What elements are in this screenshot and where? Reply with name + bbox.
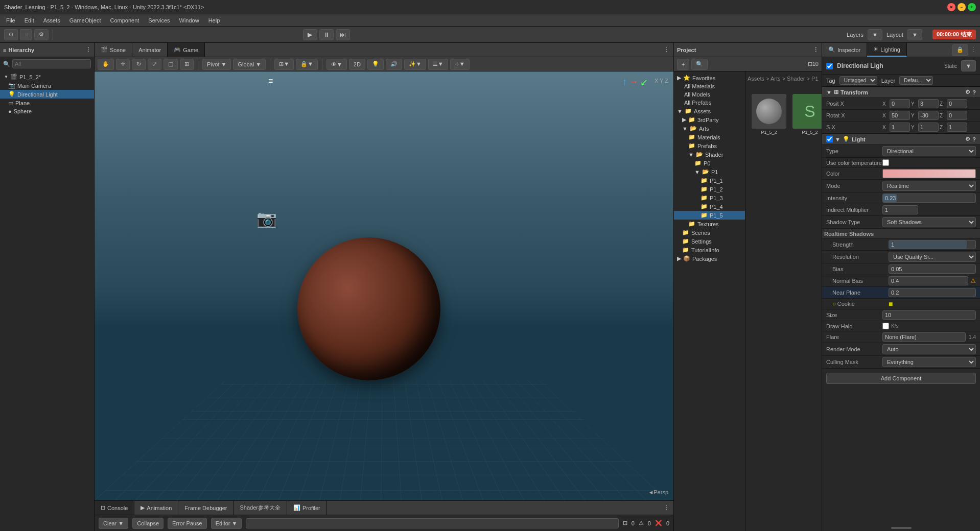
toolbar-icon-btn1[interactable]: ⊙ [4, 29, 18, 40]
pause-button[interactable]: ⏸ [319, 29, 334, 40]
scene-hamburger[interactable]: ≡ [268, 77, 273, 86]
draw-halo-checkbox[interactable] [882, 323, 889, 329]
scale-z-input[interactable] [947, 123, 967, 132]
project-p1-2[interactable]: 📁 P1_2 [674, 185, 745, 194]
project-all-prefabs[interactable]: All Prefabs [674, 99, 745, 107]
type-select[interactable]: Directional [882, 146, 976, 156]
menu-edit[interactable]: Edit [20, 16, 38, 25]
project-all-models[interactable]: All Models [674, 90, 745, 99]
project-p1-4[interactable]: 📁 P1_4 [674, 202, 745, 211]
tab-lighting[interactable]: ☀ Lighting [867, 43, 907, 57]
layers-dropdown[interactable]: ▼ [868, 29, 882, 40]
menu-window[interactable]: Window [175, 16, 203, 25]
fx-btn[interactable]: ✨▼ [404, 59, 426, 70]
scale-x-input[interactable] [890, 123, 910, 132]
hierarchy-options[interactable]: ⋮ [85, 46, 91, 53]
project-p1[interactable]: ▼ 📂 P1 [674, 167, 745, 176]
hierarchy-item-sphere[interactable]: ● Sphere [0, 107, 94, 115]
clear-btn[interactable]: Clear ▼ [99, 518, 128, 529]
light-info[interactable]: ? [972, 136, 976, 142]
light-btn[interactable]: 💡 [367, 59, 384, 70]
tab-profiler[interactable]: 📊 Profiler [287, 501, 327, 515]
scene-tab-options[interactable]: ⋮ [664, 46, 673, 53]
light-section-header[interactable]: ▼ 💡 Light ⚙ ? [822, 133, 980, 145]
project-all-materials[interactable]: All Materials [674, 82, 745, 90]
pivot-btn[interactable]: Pivot ▼ [202, 59, 231, 70]
flare-input-container[interactable]: None (Flare) [882, 332, 966, 342]
move-tool[interactable]: ✛ [116, 59, 130, 70]
light-settings[interactable]: ⚙ [965, 136, 970, 142]
menu-services[interactable]: Services [144, 16, 174, 25]
project-assets-root[interactable]: ▼ 📁 Assets [674, 107, 745, 115]
rotate-tool[interactable]: ↻ [132, 59, 146, 70]
menu-component[interactable]: Component [106, 16, 143, 25]
project-scenes[interactable]: 📁 Scenes [674, 228, 745, 237]
project-settings[interactable]: 📁 Settings [674, 237, 745, 246]
rot-y-input[interactable] [918, 111, 939, 120]
inspector-options[interactable]: ⋮ [970, 46, 976, 53]
static-dropdown[interactable]: ▼ [961, 60, 976, 71]
tab-animation[interactable]: ▶ Animation [134, 501, 178, 515]
scale-y-input[interactable] [918, 123, 939, 132]
menu-file[interactable]: File [2, 16, 19, 25]
color-swatch[interactable] [882, 169, 976, 178]
max-btn[interactable]: + [968, 3, 976, 11]
global-btn[interactable]: Global ▼ [233, 59, 266, 70]
indirect-mult-input[interactable] [882, 205, 918, 214]
bottom-tabs-options[interactable]: ⋮ [664, 504, 673, 511]
scale-tool[interactable]: ⤢ [148, 59, 161, 70]
hierarchy-item-directional-light[interactable]: 💡 Directional Light [0, 90, 94, 99]
project-p0[interactable]: 📁 P0 [674, 159, 745, 167]
mode-select[interactable]: Realtime [882, 181, 976, 191]
scrollbar-thumb[interactable] [891, 527, 912, 529]
strength-input[interactable] [891, 242, 973, 248]
step-button[interactable]: ⏭ [336, 29, 350, 40]
project-shader[interactable]: ▼ 📂 Shader [674, 150, 745, 159]
shadow-type-select[interactable]: Soft Shadows [882, 217, 976, 227]
project-add-btn[interactable]: + [677, 59, 689, 70]
transform-tool[interactable]: ⊞ [180, 59, 194, 70]
rot-z-input[interactable] [947, 111, 967, 120]
project-search-btn[interactable]: 🔍 [691, 59, 708, 70]
menu-gameobject[interactable]: GameObject [65, 16, 105, 25]
bias-input[interactable] [891, 266, 973, 272]
toolbar-icon-btn3[interactable]: ⚙ [34, 29, 49, 40]
project-packages[interactable]: ▶ 📦 Packages [674, 254, 745, 263]
size-input[interactable] [885, 312, 973, 318]
grid-btn[interactable]: ⊞▼ [274, 59, 294, 70]
min-btn[interactable]: − [958, 3, 966, 11]
collapse-btn[interactable]: Collapse [132, 518, 164, 529]
toolbar-icon-btn2[interactable]: ≡ [20, 29, 32, 40]
project-arts[interactable]: ▼ 📂 Arts [674, 124, 745, 133]
audio-btn[interactable]: 🔊 [386, 59, 402, 70]
transform-section-header[interactable]: ▼ ⊞ Transform ⚙ ? [822, 86, 980, 98]
visibility-btn[interactable]: 👁▼ [326, 59, 347, 70]
close-btn[interactable]: ✕ [947, 3, 955, 11]
transform-info[interactable]: ? [972, 89, 976, 95]
tab-shader-ref[interactable]: Shader参考大全 [234, 501, 287, 515]
rect-tool[interactable]: ▢ [164, 59, 178, 70]
project-3rdparty[interactable]: ▶ 📁 3rdParty [674, 115, 745, 124]
hand-tool[interactable]: ✋ [98, 59, 114, 70]
asset-tile-sphere[interactable]: P1_5_2 [750, 92, 788, 137]
use-color-temp-checkbox[interactable] [882, 159, 889, 166]
2d-btn[interactable]: 2D [349, 59, 365, 70]
transform-settings[interactable]: ⚙ [965, 89, 970, 95]
hierarchy-search-input[interactable] [12, 59, 91, 68]
hierarchy-item-plane[interactable]: ▭ Plane [0, 99, 94, 107]
scene-tab-animator[interactable]: Animator [132, 43, 168, 57]
hierarchy-scene-root[interactable]: ▼ 🎬 P1_5_2* [0, 73, 94, 81]
menu-help[interactable]: Help [204, 16, 224, 25]
layer-select[interactable]: Defau... [899, 76, 933, 85]
scene-options-btn[interactable]: ☰▼ [428, 59, 448, 70]
project-favorites[interactable]: ▶ ⭐ Favorites [674, 74, 745, 82]
object-enabled-checkbox[interactable] [826, 63, 833, 69]
pos-z-input[interactable] [947, 99, 967, 108]
tab-console[interactable]: ⊡ Console [95, 501, 134, 515]
pos-y-input[interactable] [918, 99, 939, 108]
scene-tab-game[interactable]: 🎮 Game [168, 43, 205, 57]
inspector-lock-btn[interactable]: 🔒 [952, 44, 968, 56]
asset-tile-script[interactable]: S P1_5_2 [790, 92, 822, 137]
culling-mask-select[interactable]: Everything [882, 357, 976, 367]
play-button[interactable]: ▶ [303, 29, 317, 40]
